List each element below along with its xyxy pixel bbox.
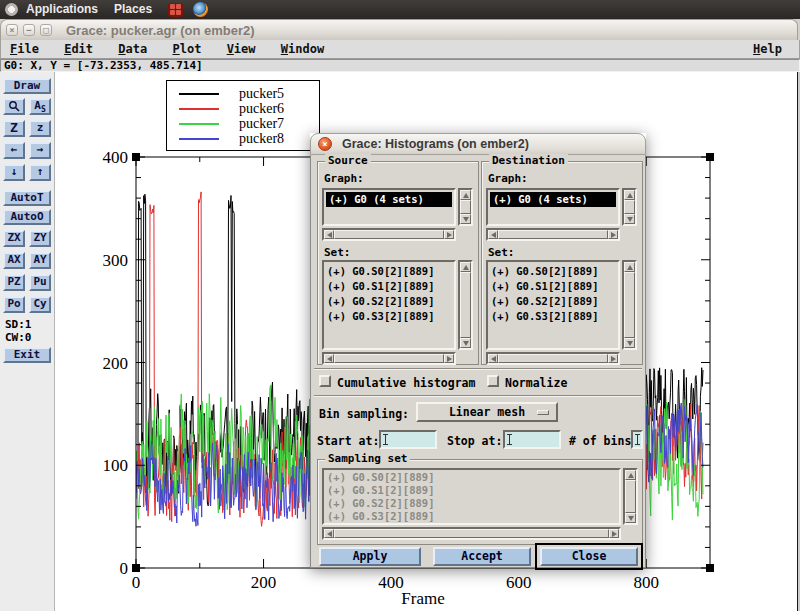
- scroll-thumb[interactable]: [460, 272, 471, 338]
- scroll-right-icon[interactable]: [609, 529, 619, 538]
- stop-at-field[interactable]: [503, 430, 561, 449]
- bin-sampling-dropdown[interactable]: Linear mesh: [416, 402, 558, 422]
- legend-label: pucker6: [239, 101, 284, 117]
- scroll-up-icon[interactable]: [624, 190, 635, 200]
- list-item[interactable]: (+) G0.S0[2][889]: [488, 264, 618, 279]
- destination-graph-hscrollbar[interactable]: [486, 228, 620, 241]
- dialog-close-icon[interactable]: ×: [318, 137, 332, 151]
- list-item[interactable]: (+) G0.S3[2][889]: [488, 309, 618, 324]
- scroll-right-icon[interactable]: [444, 230, 454, 239]
- num-bins-field[interactable]: [631, 430, 643, 449]
- scroll-thumb[interactable]: [334, 529, 609, 538]
- menu-view[interactable]: View: [218, 40, 265, 57]
- sampling-set-hscrollbar[interactable]: [322, 527, 621, 540]
- scroll-left-icon[interactable]: [488, 354, 498, 363]
- scroll-thumb[interactable]: [334, 354, 444, 363]
- menu-window[interactable]: Window: [272, 40, 333, 57]
- menu-help[interactable]: Help: [744, 40, 791, 57]
- scroll-right-icon[interactable]: [444, 354, 454, 363]
- ay-button[interactable]: AY: [29, 252, 51, 269]
- close-button[interactable]: Close: [540, 547, 638, 566]
- scroll-left-icon[interactable]: [324, 354, 334, 363]
- destination-set-hscrollbar[interactable]: [486, 352, 620, 365]
- scroll-thumb[interactable]: [624, 272, 635, 338]
- scroll-up-icon[interactable]: [460, 262, 471, 272]
- menu-edit[interactable]: Edit: [55, 40, 102, 57]
- scroll-thumb[interactable]: [498, 230, 608, 239]
- scroll-left-icon[interactable]: [488, 230, 498, 239]
- pan-left-button[interactable]: ←: [3, 142, 25, 159]
- scroll-right-icon[interactable]: [608, 354, 618, 363]
- zoom-tool-button[interactable]: [3, 98, 25, 115]
- scroll-down-icon[interactable]: [624, 214, 635, 224]
- dialog-titlebar[interactable]: × Grace: Histograms (on ember2): [310, 133, 646, 155]
- menu-file[interactable]: File: [1, 40, 48, 57]
- zx-button[interactable]: ZX: [3, 230, 25, 247]
- draw-button[interactable]: Draw: [3, 78, 51, 94]
- scroll-down-icon[interactable]: [460, 214, 471, 224]
- source-set-hscrollbar[interactable]: [322, 352, 456, 365]
- list-item[interactable]: (+) G0.S2[2][889]: [488, 294, 618, 309]
- zy-button[interactable]: ZY: [29, 230, 51, 247]
- pan-right-button[interactable]: →: [29, 142, 51, 159]
- accept-button[interactable]: Accept: [433, 547, 531, 566]
- start-at-field[interactable]: [379, 430, 437, 449]
- scroll-right-icon[interactable]: [608, 230, 618, 239]
- ax-button[interactable]: AX: [3, 252, 25, 269]
- destination-set-label: Set:: [488, 246, 515, 259]
- scroll-thumb[interactable]: [625, 480, 636, 513]
- window-minimize-button[interactable]: −: [23, 24, 35, 36]
- pz-button[interactable]: PZ: [3, 274, 25, 291]
- window-titlebar[interactable]: × − □ Grace: pucker.agr (on ember2): [0, 19, 798, 40]
- scroll-thumb[interactable]: [334, 230, 444, 239]
- scroll-left-icon[interactable]: [324, 529, 334, 538]
- exit-button[interactable]: Exit: [3, 347, 51, 363]
- scroll-down-icon[interactable]: [625, 513, 636, 523]
- list-item[interactable]: (+) G0.S2[2][889]: [324, 294, 454, 309]
- scroll-up-icon[interactable]: [624, 262, 635, 272]
- apply-button[interactable]: Apply: [319, 547, 421, 566]
- cycle-button[interactable]: Cy: [29, 296, 51, 313]
- scroll-up-icon[interactable]: [460, 190, 471, 200]
- applications-menu[interactable]: Applications: [18, 0, 106, 19]
- autoscale-on-read-button[interactable]: AutoO: [3, 209, 51, 225]
- plot-legend[interactable]: pucker5pucker6pucker7pucker8: [166, 80, 320, 151]
- scroll-up-icon[interactable]: [625, 470, 636, 480]
- sampling-set-vscrollbar[interactable]: [623, 468, 638, 525]
- pan-down-button[interactable]: ↓: [3, 164, 25, 181]
- list-item[interactable]: (+) G0.S1[2][889]: [488, 279, 618, 294]
- source-graph-vscrollbar[interactable]: [458, 188, 473, 226]
- list-item[interactable]: (+) G0 (4 sets): [326, 192, 452, 207]
- pop-button[interactable]: Po: [3, 296, 25, 313]
- source-graph-hscrollbar[interactable]: [322, 228, 456, 241]
- launcher-grid-icon[interactable]: [168, 3, 183, 17]
- list-item[interactable]: (+) G0.S3[2][889]: [324, 309, 454, 324]
- destination-graph-vscrollbar[interactable]: [622, 188, 637, 226]
- list-item[interactable]: (+) G0.S0[2][889]: [324, 264, 454, 279]
- window-close-button[interactable]: ×: [6, 24, 18, 36]
- destination-set-vscrollbar[interactable]: [622, 260, 637, 350]
- menu-plot[interactable]: Plot: [163, 40, 210, 57]
- autoscale-tool-button[interactable]: AS: [29, 98, 51, 115]
- normalize-checkbox[interactable]: [487, 375, 499, 387]
- list-item[interactable]: (+) G0.S1[2][889]: [324, 279, 454, 294]
- scroll-thumb[interactable]: [498, 354, 608, 363]
- firefox-icon[interactable]: [193, 2, 208, 17]
- source-set-vscrollbar[interactable]: [458, 260, 473, 350]
- list-item[interactable]: (+) G0 (4 sets): [490, 192, 616, 207]
- autoticks-button[interactable]: AutoT: [3, 190, 51, 206]
- scroll-thumb[interactable]: [460, 200, 471, 214]
- cumulative-histogram-checkbox[interactable]: [319, 375, 331, 387]
- push-button[interactable]: Pu: [29, 274, 51, 291]
- scroll-down-icon[interactable]: [460, 338, 471, 348]
- scroll-left-icon[interactable]: [324, 230, 334, 239]
- menu-data[interactable]: Data: [109, 40, 156, 57]
- scroll-thumb[interactable]: [624, 200, 635, 214]
- window-maximize-button[interactable]: □: [40, 24, 52, 36]
- zoom-in-button[interactable]: Z: [3, 120, 25, 137]
- places-menu[interactable]: Places: [106, 0, 160, 19]
- pan-up-button[interactable]: ↑: [29, 164, 51, 181]
- zoom-out-button[interactable]: z: [29, 120, 51, 137]
- distro-logo-icon[interactable]: [5, 3, 18, 16]
- scroll-down-icon[interactable]: [624, 338, 635, 348]
